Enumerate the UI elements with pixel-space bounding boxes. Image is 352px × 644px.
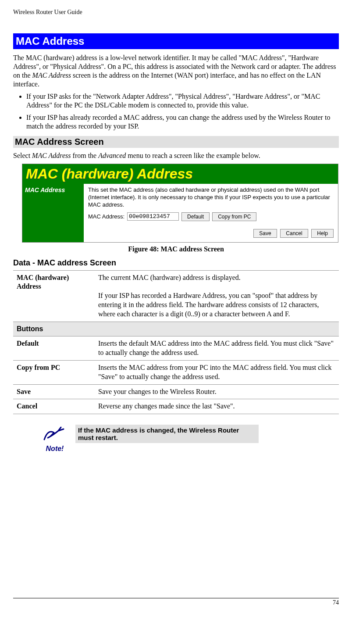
s1c: from the [71, 152, 99, 159]
cell-key: Cancel [13, 399, 95, 414]
data-section-heading: Data - MAC address Screen [13, 258, 339, 268]
page-number: 74 [13, 598, 339, 606]
page-title: MAC Address [13, 33, 339, 49]
mac-address-label: MAC Address: [88, 213, 124, 220]
note-block: Note! If the MAC address is changed, the… [39, 425, 259, 453]
save-button[interactable]: Save [253, 229, 277, 238]
cell-value: Reverse any changes made since the last … [95, 399, 339, 414]
intro-italic: MAC Address [32, 72, 71, 79]
cell-value: Save your changes to the Wireless Router… [95, 384, 339, 399]
s1a: Select [13, 152, 32, 159]
cell-key: Copy from PC [13, 361, 95, 385]
copy-from-pc-button[interactable]: Copy from PC [212, 212, 256, 221]
cell-key: MAC (hardware) Address [13, 270, 95, 322]
table-row: Copy from PC Inserts the MAC address fro… [13, 361, 339, 385]
s1b: MAC Address [32, 152, 71, 159]
help-button[interactable]: Help [311, 229, 334, 238]
table-section-row: Buttons [13, 322, 339, 336]
intro-paragraph: The MAC (hardware) address is a low-leve… [13, 54, 339, 89]
intro-bullets: If your ISP asks for the "Network Adapte… [13, 92, 339, 131]
section1-paragraph: Select MAC Address from the Advanced men… [13, 151, 339, 160]
mac-address-screenshot: MAC (hardware) Address MAC Address This … [22, 164, 338, 243]
cancel-button[interactable]: Cancel [280, 229, 308, 238]
running-header: Wireless Router User Guide [13, 9, 339, 16]
table-row: Save Save your changes to the Wireless R… [13, 384, 339, 399]
bullet-item: If your ISP has already recorded a MAC a… [26, 113, 339, 131]
section-cell: Buttons [13, 322, 339, 336]
cell-key: Default [13, 336, 95, 361]
app-sidebar-label: MAC Address [22, 184, 84, 242]
note-text: If the MAC address is changed, the Wirel… [75, 425, 259, 443]
s1e: menu to reach a screen like the example … [126, 152, 260, 159]
data-table: MAC (hardware) Address The current MAC (… [13, 270, 339, 415]
cell-value: Inserts the MAC address from your PC int… [95, 361, 339, 385]
cell-key: Save [13, 384, 95, 399]
table-row: Default Inserts the default MAC address … [13, 336, 339, 361]
note-icon: Note! [39, 425, 70, 453]
section-heading-mac-screen: MAC Address Screen [13, 136, 339, 148]
figure-caption: Figure 48: MAC address Screen [13, 245, 339, 253]
table-row: MAC (hardware) Address The current MAC (… [13, 270, 339, 322]
mac-address-input[interactable] [127, 212, 179, 221]
s1d: Advanced [98, 152, 126, 159]
table-row: Cancel Reverse any changes made since th… [13, 399, 339, 414]
note-icon-label: Note! [39, 445, 70, 453]
app-description: This set the MAC address (also called ha… [88, 186, 334, 209]
cell-value: Inserts the default MAC address into the… [95, 336, 339, 361]
bullet-item: If your ISP asks for the "Network Adapte… [26, 92, 339, 110]
app-title: MAC (hardware) Address [22, 164, 338, 184]
default-button[interactable]: Default [181, 212, 210, 221]
cell-value: The current MAC (hardware) address is di… [95, 270, 339, 322]
